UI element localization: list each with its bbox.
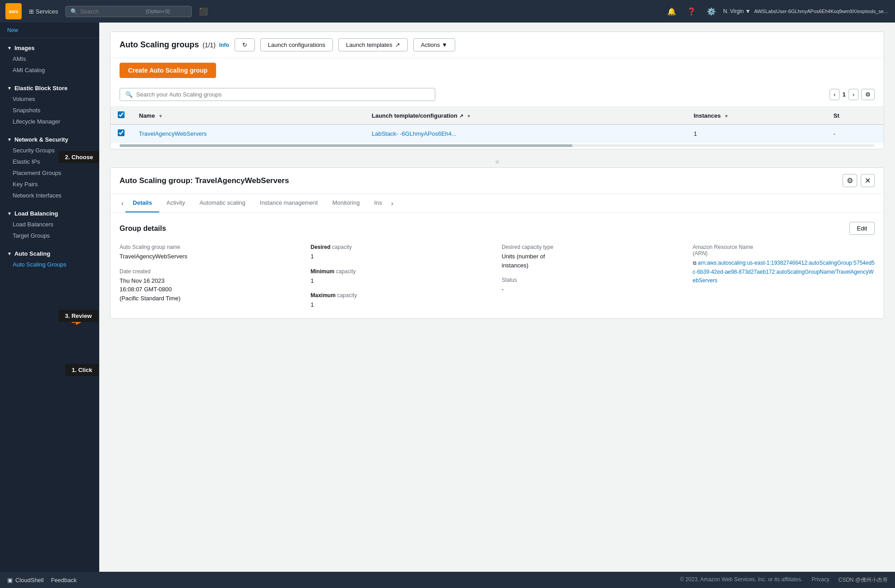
bell-icon-button[interactable]: 🔔 <box>664 5 680 18</box>
sidebar-section-load-balancing-header[interactable]: ▼ Load Balancing <box>0 207 99 219</box>
sidebar-item-load-balancers[interactable]: Load Balancers <box>0 219 99 230</box>
sidebar-item-snapshots[interactable]: Snapshots <box>0 105 99 116</box>
detail-panel-header: Auto Scaling group: TravelAgencyWebServe… <box>111 168 884 194</box>
create-asg-button[interactable]: Create Auto Scaling group <box>120 63 216 78</box>
main-content: Auto Scaling groups (1/1) Info ↻ Launch … <box>99 23 895 588</box>
date-created-label: Date created <box>120 268 302 275</box>
instances-cell: 1 <box>687 124 826 142</box>
arn-label: Amazon Resource Name(ARN) <box>693 244 875 257</box>
sidebar-item-auto-scaling-groups[interactable]: Auto Scaling Groups <box>0 259 99 270</box>
tab-ins[interactable]: Ins <box>367 194 389 212</box>
sidebar-item-target-groups[interactable]: Target Groups <box>0 230 99 241</box>
sidebar-section-auto-scaling-header[interactable]: ▼ Auto Scaling <box>0 247 99 259</box>
search-shortcut-hint: [Option+S] <box>146 9 170 14</box>
cloudshell-button[interactable]: ▣ CloudShell <box>7 577 44 583</box>
tab-instance-management[interactable]: Instance management <box>253 194 325 212</box>
sidebar-item-volumes[interactable]: Volumes <box>0 93 99 105</box>
col-instances: Instances ▼ <box>687 107 826 124</box>
launch-template-link[interactable]: LabStack- -6GLhmyAPos6Eh4... <box>372 130 457 137</box>
sidebar: New ▼ Images AMIs AMI Catalog ▼ Elastic … <box>0 23 99 588</box>
horizontal-scrollbar[interactable] <box>120 144 875 147</box>
table-row[interactable]: TravelAgencyWebServers LabStack- -6GLhmy… <box>111 124 884 142</box>
sidebar-item-placement-groups[interactable]: Placement Groups <box>0 167 99 179</box>
tabs-prev-button[interactable]: ‹ <box>120 196 125 211</box>
next-page-button[interactable]: › <box>849 89 858 100</box>
terminal-icon: ▣ <box>7 577 13 583</box>
info-badge[interactable]: Info <box>219 42 229 48</box>
question-icon-button[interactable]: ❓ <box>683 5 700 18</box>
choose-callout: 2. Choose <box>59 151 99 163</box>
select-all-checkbox[interactable] <box>118 111 125 118</box>
bottom-bar: ▣ CloudShell Feedback © 2023, Amazon Web… <box>0 572 895 588</box>
min-capacity-value: 1 <box>311 276 493 285</box>
chevron-down-icon: ▼ <box>7 251 12 256</box>
session-info[interactable]: AWSLabsUser-6GLhmyAPos6Eh4Koq9wm9X/expto… <box>754 9 890 14</box>
aws-logo[interactable]: aws <box>5 3 22 19</box>
table-search-bar[interactable]: 🔍 <box>120 88 435 101</box>
max-capacity-label: Maximum capacity <box>311 292 493 299</box>
row-checkbox[interactable] <box>118 129 125 136</box>
chevron-down-icon: ▼ <box>7 137 12 142</box>
tabs-next-button[interactable]: › <box>389 196 395 211</box>
detail-panel-title: Auto Scaling group: TravelAgencyWebServe… <box>120 176 843 185</box>
sidebar-item-ami-catalog[interactable]: AMI Catalog <box>0 64 99 76</box>
region-selector[interactable]: N. Virgin ▼ <box>723 8 751 14</box>
group-details-title: Group details <box>120 225 849 233</box>
col-name: Name ▼ <box>132 107 364 124</box>
detail-panel-actions: ⚙ ✕ <box>843 174 875 187</box>
tab-activity[interactable]: Activity <box>159 194 192 212</box>
tab-monitoring[interactable]: Monitoring <box>325 194 367 212</box>
terminal-icon-button[interactable]: ⬛ <box>195 5 212 18</box>
pagination: ‹ 1 › ⚙ <box>830 89 875 100</box>
table-search-input[interactable] <box>136 91 429 98</box>
global-search-input[interactable] <box>80 8 143 15</box>
external-link-icon: ↗ <box>395 41 400 48</box>
status-cell: - <box>826 124 884 142</box>
table-search-icon: 🔍 <box>125 91 133 98</box>
sidebar-section-images-header[interactable]: ▼ Images <box>0 41 99 53</box>
prev-page-button[interactable]: ‹ <box>830 89 840 100</box>
col-status: St <box>826 107 884 124</box>
tab-details[interactable]: Details <box>125 194 159 212</box>
launch-templates-button[interactable]: Launch templates ↗ <box>338 38 408 51</box>
tab-automatic-scaling[interactable]: Automatic scaling <box>192 194 253 212</box>
chevron-down-icon: ▼ <box>7 46 12 51</box>
feedback-button[interactable]: Feedback <box>51 577 77 583</box>
sidebar-item-lifecycle-manager[interactable]: Lifecycle Manager <box>0 116 99 127</box>
table-settings-button[interactable]: ⚙ <box>861 89 875 100</box>
edit-button[interactable]: Edit <box>849 222 875 235</box>
asg-table-element: Name ▼ Launch template/configuration ↗ ▼… <box>111 107 884 142</box>
min-capacity-label: Minimum capacity <box>311 268 493 275</box>
global-search-bar[interactable]: 🔍 [Option+S] <box>65 6 192 17</box>
sidebar-section-ebs-header[interactable]: ▼ Elastic Block Store <box>0 81 99 93</box>
sidebar-section-images: ▼ Images AMIs AMI Catalog <box>0 38 99 78</box>
max-capacity-value: 1 <box>311 300 493 309</box>
asg-name-label: Auto Scaling group name <box>120 244 302 250</box>
grid-icon: ⊞ <box>29 8 34 15</box>
click-callout: 1. Click <box>65 364 99 376</box>
footer-copyright: © 2023, Amazon Web Services, Inc. or its… <box>680 576 803 584</box>
refresh-button[interactable]: ↻ <box>235 38 255 51</box>
group-details-section: Group details Edit Auto Scaling group na… <box>111 213 884 318</box>
table-search-row: 🔍 ‹ 1 › ⚙ <box>111 83 884 107</box>
detail-settings-button[interactable]: ⚙ <box>843 174 857 187</box>
panel-divider[interactable]: ≡ <box>110 156 884 167</box>
footer-privacy[interactable]: Privacy <box>812 576 829 584</box>
asg-name-link[interactable]: TravelAgencyWebServers <box>139 130 207 137</box>
actions-button[interactable]: Actions ▼ <box>413 38 455 51</box>
sidebar-item-amis[interactable]: AMIs <box>0 53 99 64</box>
desired-capacity-label: Desired capacity <box>311 244 493 250</box>
sidebar-section-network-header[interactable]: ▼ Network & Security <box>0 133 99 145</box>
search-icon: 🔍 <box>70 8 78 15</box>
detail-close-button[interactable]: ✕ <box>861 174 875 187</box>
footer-right: © 2023, Amazon Web Services, Inc. or its… <box>680 576 888 584</box>
launch-configurations-button[interactable]: Launch configurations <box>260 38 333 51</box>
services-button[interactable]: ⊞ Services <box>25 6 62 17</box>
annotation-review: 3. Review <box>59 307 81 325</box>
copy-icon[interactable]: ⧉ <box>693 260 697 266</box>
gear-icon-button[interactable]: ⚙️ <box>703 5 720 18</box>
top-navigation: aws ⊞ Services 🔍 [Option+S] ⬛ 🔔 ❓ ⚙️ N. … <box>0 0 895 23</box>
detail-col-name: Auto Scaling group name TravelAgencyWebS… <box>120 244 302 309</box>
sidebar-item-key-pairs[interactable]: Key Pairs <box>0 179 99 190</box>
sidebar-item-network-interfaces[interactable]: Network Interfaces <box>0 190 99 201</box>
